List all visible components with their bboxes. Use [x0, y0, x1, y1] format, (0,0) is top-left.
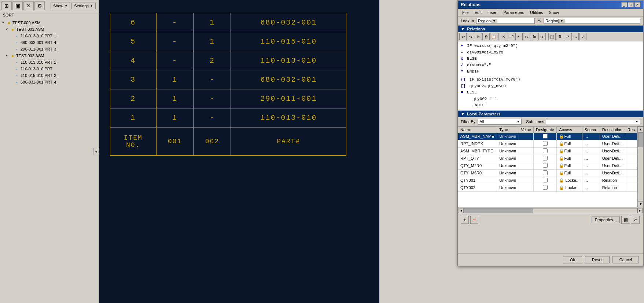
properties-button[interactable]: Properties... — [592, 217, 620, 223]
param-row[interactable]: ASM_MBR_NAMEUnknown🔓Full...User-Defi... — [458, 133, 637, 140]
param-access-dots[interactable]: ... — [582, 140, 600, 147]
param-access-dots[interactable]: ... — [582, 133, 600, 140]
tree-item-t2c2[interactable]: ▪ 110-013-010.PRT — [0, 66, 99, 72]
col-designate[interactable]: Designate — [534, 126, 557, 133]
graph-icon-button[interactable]: ↗ — [631, 216, 640, 224]
ok-button[interactable]: Ok — [563, 256, 582, 263]
col-name[interactable]: Name — [458, 126, 497, 133]
region-combo-2[interactable]: Region ▼ — [544, 18, 640, 24]
menu-file[interactable]: File — [459, 10, 472, 15]
rel-btn-more1[interactable]: ▷ — [538, 33, 546, 40]
export-button[interactable]: ↗ — [564, 33, 571, 40]
h-scroll-right[interactable]: ► — [637, 208, 643, 213]
param-row[interactable]: QTY001Unknown🔒 Locke......Relation — [458, 177, 637, 184]
sub-items-arrow[interactable]: ▼ — [635, 120, 639, 123]
sort-button[interactable]: ⇅ — [556, 33, 563, 40]
tree-item-t2c4[interactable]: ▪ 680-032-001.PRT 4 — [0, 79, 99, 85]
verify-button[interactable]: =? — [508, 33, 515, 40]
tree-item-t1[interactable]: ▼ ■ TEST-001.ASM — [0, 26, 99, 33]
tree-item-t1c2[interactable]: ▪ 680-032-001.PRT 4 — [0, 39, 99, 46]
param-row[interactable]: QTY002Unknown🔒 Locke......Relation — [458, 184, 637, 191]
filter-combo[interactable]: All ▼ — [478, 119, 522, 125]
menu-parameters[interactable]: Parameters — [500, 10, 527, 15]
v-scroll-up[interactable]: ▲ — [638, 126, 644, 132]
v-scroll-thumb[interactable] — [638, 133, 643, 147]
col-type[interactable]: Type — [497, 126, 519, 133]
filter-arrow[interactable]: ▼ — [516, 120, 520, 123]
param-access-dots[interactable]: ... — [582, 184, 600, 191]
param-row[interactable]: QTY_M2R0Unknown🔓Full...User-Defi... — [458, 162, 637, 169]
param-designate[interactable] — [534, 169, 557, 177]
tree-item-t1c3[interactable]: ▪ 290-011-001.PRT 3 — [0, 46, 99, 52]
col-description[interactable]: Description — [600, 126, 625, 133]
tree-item-t2c3[interactable]: ▪ 110-015-010.PRT 2 — [0, 72, 99, 79]
ref-button[interactable]: ↦ — [523, 33, 530, 40]
param-designate[interactable] — [534, 162, 557, 169]
copy-button[interactable]: ⎘ — [482, 33, 490, 40]
show-button[interactable]: Show ▼ — [51, 3, 70, 9]
param-designate[interactable] — [534, 177, 557, 184]
param-row[interactable]: QTY_M6R0Unknown🔓Full...User-Defi... — [458, 169, 637, 177]
col-access[interactable]: Access — [557, 126, 582, 133]
param-access-dots[interactable]: ... — [582, 155, 600, 162]
menu-show[interactable]: Show — [546, 10, 562, 15]
combo-arrow-1[interactable]: ▼ — [491, 19, 497, 23]
tree-item-t2c1[interactable]: ▪ 110-013-010.PRT 1 — [0, 59, 99, 66]
reset-button[interactable]: Reset — [585, 256, 610, 263]
close-button[interactable]: ✕ — [634, 2, 640, 7]
toolbar-btn-2[interactable]: ▣ — [12, 1, 23, 10]
param-access-dots[interactable]: ... — [582, 177, 600, 184]
v-scroll-track[interactable] — [638, 132, 643, 201]
region-combo-1[interactable]: Region ▼ — [476, 18, 535, 24]
v-scroll-down[interactable]: ▼ — [638, 201, 644, 207]
param-access-dots[interactable]: ... — [582, 147, 600, 155]
remove-param-button[interactable]: − — [470, 216, 478, 224]
tree-item-t1c1[interactable]: ▪ 110-013-010.PRT 1 — [0, 33, 99, 39]
menu-utilities[interactable]: Utilities — [527, 10, 546, 15]
settings-button[interactable]: Settings ▼ — [71, 3, 96, 9]
insert-ref-button[interactable]: ⇤ — [515, 33, 523, 40]
cancel-button[interactable]: Cancel — [612, 256, 639, 263]
combo-arrow-2[interactable]: ▼ — [558, 19, 565, 23]
add-param-button[interactable]: + — [461, 216, 469, 224]
pointer-icon[interactable]: ↖ — [538, 18, 542, 24]
toolbar-btn-4[interactable]: ⚙ — [34, 1, 45, 10]
accept-button[interactable]: ✓ — [579, 33, 586, 40]
table-icon-button[interactable]: ▦ — [621, 216, 630, 224]
relations-toggle[interactable]: ▼ — [461, 27, 465, 31]
redo-button[interactable]: ↪ — [467, 33, 474, 40]
h-scroll-bar[interactable] — [464, 208, 637, 213]
comment-button[interactable]: [ ] — [548, 33, 556, 40]
param-designate[interactable] — [534, 140, 557, 147]
param-row[interactable]: ASM_MBR_TYPEUnknown🔓Full...User-Defi... — [458, 147, 637, 155]
menu-edit[interactable]: Edit — [472, 10, 485, 15]
param-designate[interactable] — [534, 155, 557, 162]
paste-button[interactable]: 📋 — [490, 33, 497, 40]
sub-items-combo[interactable]: ▼ — [546, 119, 640, 124]
relations-text-area[interactable]: + IF exists("qty_m2r0")- qty001=qty_m2r0… — [458, 41, 643, 111]
param-designate[interactable] — [534, 133, 557, 140]
param-row[interactable]: RPT_INDEXUnknown🔓Full...User-Defi... — [458, 140, 637, 147]
param-designate[interactable] — [534, 147, 557, 155]
param-access-dots[interactable]: ... — [582, 162, 600, 169]
cut-button[interactable]: ✂ — [475, 33, 482, 40]
h-scroll-thumb[interactable] — [464, 208, 533, 213]
minimize-button[interactable]: _ — [621, 2, 627, 7]
delete-button[interactable]: ✕ — [500, 33, 507, 40]
import-button[interactable]: ↘ — [571, 33, 579, 40]
param-access-dots[interactable]: ... — [582, 169, 600, 177]
toolbar-btn-1[interactable]: ⊞ — [1, 1, 12, 10]
param-row[interactable]: RPT_QTYUnknown🔓Full...User-Defi... — [458, 155, 637, 162]
menu-insert[interactable]: Insert — [485, 10, 501, 15]
undo-button[interactable]: ↩ — [459, 33, 467, 40]
col-value[interactable]: Value — [519, 126, 534, 133]
toolbar-btn-3[interactable]: ✕ — [23, 1, 34, 10]
fx-button[interactable]: fx — [531, 33, 538, 40]
local-params-toggle[interactable]: ▼ — [461, 112, 465, 116]
col-source[interactable]: Source — [582, 126, 600, 133]
param-designate[interactable] — [534, 184, 557, 191]
tree-item-root[interactable]: ▼ ■ TEST-000.ASM — [0, 19, 99, 26]
tree-item-t2[interactable]: ▼ ■ TEST-002.ASM — [0, 52, 99, 59]
maximize-button[interactable]: □ — [628, 2, 634, 7]
col-res[interactable]: Res — [625, 126, 637, 133]
